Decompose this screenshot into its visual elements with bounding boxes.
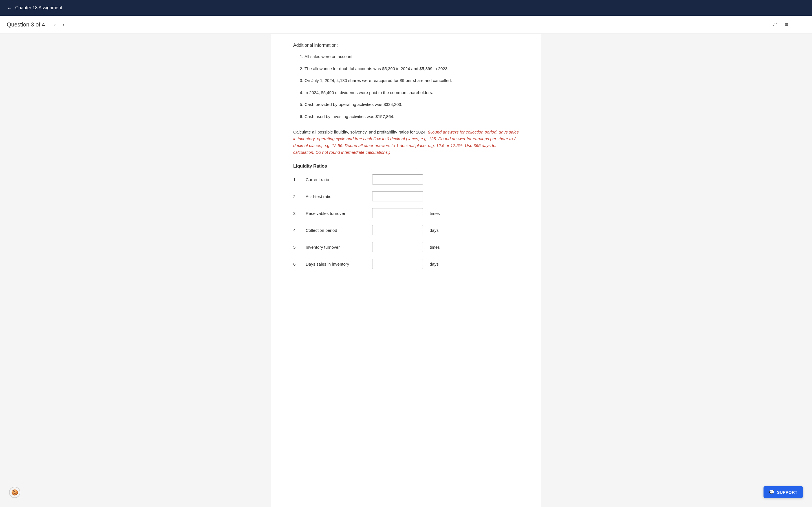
main-content: Additional information: All sales were o… (271, 34, 541, 507)
ratio-number-1: 1. (293, 177, 301, 182)
ratio-item-acid-test: 2. Acid-test ratio (293, 191, 519, 202)
prev-question-button[interactable]: ‹ (52, 20, 58, 29)
next-question-button[interactable]: › (60, 20, 67, 29)
current-ratio-input[interactable] (372, 174, 423, 184)
ratio-label-acid-test: Acid-test ratio (306, 194, 368, 199)
support-label: SUPPORT (777, 490, 797, 495)
instructions-text: Calculate all possible liquidity, solven… (293, 129, 519, 156)
prev-arrow-icon: ‹ (54, 21, 56, 28)
list-icon-button[interactable]: ≡ (783, 20, 791, 29)
ratio-number-2: 2. (293, 194, 301, 199)
back-button[interactable]: ← Chapter 18 Assignment (7, 5, 62, 11)
question-title: Question 3 of 4 (7, 21, 45, 28)
support-button[interactable]: 💬 SUPPORT (763, 486, 803, 498)
list-icon: ≡ (785, 21, 788, 28)
list-item: The allowance for doubtful accounts was … (305, 66, 519, 72)
ratio-label-current-ratio: Current ratio (306, 177, 368, 182)
list-item: Cash used by investing activities was $1… (305, 114, 519, 120)
ratio-item-days-sales-inventory: 6. Days sales in inventory days (293, 259, 519, 269)
acid-test-ratio-input[interactable] (372, 191, 423, 202)
days-sales-inventory-input[interactable] (372, 259, 423, 269)
back-arrow-icon: ← (7, 5, 12, 11)
question-navigation: Question 3 of 4 ‹ › (7, 20, 770, 29)
ratio-label-days-sales-inventory: Days sales in inventory (306, 262, 368, 267)
collection-period-input[interactable] (372, 225, 423, 235)
list-item: On July 1, 2024, 4,180 shares were reacq… (305, 77, 519, 84)
days-sales-inventory-unit: days (430, 262, 439, 267)
cookie-emoji: 🍪 (11, 489, 18, 496)
ratio-label-receivables-turnover: Receivables turnover (306, 211, 368, 216)
list-item: All sales were on account. (305, 54, 519, 60)
cookie-icon[interactable]: 🍪 (9, 487, 20, 498)
instructions-main: Calculate all possible liquidity, solven… (293, 129, 426, 134)
liquidity-ratios-list: 1. Current ratio 2. Acid-test ratio 3. R… (293, 174, 519, 269)
list-item: In 2024, $5,490 of dividends were paid t… (305, 90, 519, 96)
ratio-number-3: 3. (293, 211, 301, 216)
receivables-turnover-unit: times (430, 211, 440, 216)
ratio-item-inventory-turnover: 5. Inventory turnover times (293, 242, 519, 252)
list-item: Cash provided by operating activities wa… (305, 101, 519, 108)
question-header: Question 3 of 4 ‹ › - / 1 ≡ ⋮ (0, 16, 812, 34)
more-icon: ⋮ (797, 21, 803, 28)
ratio-number-6: 6. (293, 262, 301, 267)
ratio-label-inventory-turnover: Inventory turnover (306, 245, 368, 249)
score-display: - / 1 (770, 22, 778, 27)
more-options-button[interactable]: ⋮ (795, 20, 805, 29)
question-header-right: - / 1 ≡ ⋮ (770, 20, 805, 29)
receivables-turnover-input[interactable] (372, 208, 423, 218)
inventory-turnover-unit: times (430, 245, 440, 249)
additional-info-heading: Additional information: (293, 43, 519, 48)
ratio-number-4: 4. (293, 228, 301, 233)
ratio-label-collection-period: Collection period (306, 228, 368, 233)
ratio-item-current-ratio: 1. Current ratio (293, 174, 519, 184)
top-navigation: ← Chapter 18 Assignment (0, 0, 812, 16)
assignment-title: Chapter 18 Assignment (15, 5, 62, 10)
inventory-turnover-input[interactable] (372, 242, 423, 252)
support-icon: 💬 (769, 490, 774, 495)
liquidity-ratios-heading: Liquidity Ratios (293, 164, 519, 169)
ratio-item-collection-period: 4. Collection period days (293, 225, 519, 235)
additional-info-list: All sales were on account. The allowance… (293, 54, 519, 120)
next-arrow-icon: › (63, 21, 64, 28)
ratio-item-receivables-turnover: 3. Receivables turnover times (293, 208, 519, 218)
ratio-number-5: 5. (293, 245, 301, 249)
collection-period-unit: days (430, 228, 439, 233)
